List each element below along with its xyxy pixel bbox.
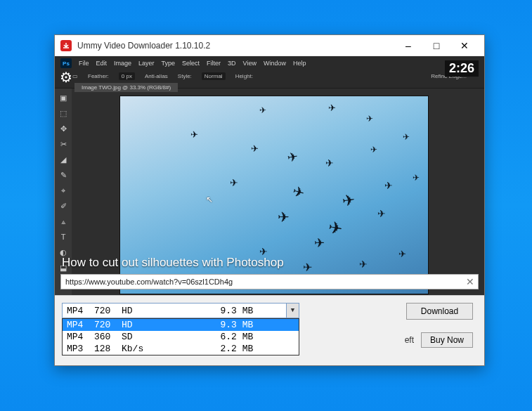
url-row: ✕ (60, 274, 479, 289)
photoshop-tab: Image TWO.jpg @ 33.3% (RGB/8#) (74, 83, 178, 92)
photoshop-logo-icon: Ps (60, 58, 72, 68)
download-button[interactable]: Download (406, 303, 473, 320)
app-icon (60, 40, 72, 51)
buy-now-button[interactable]: Buy Now (421, 332, 473, 348)
ps-height-label: Height: (235, 73, 253, 79)
trial-text: eft (405, 335, 414, 345)
photoshop-options-bar: ▭ Feather: 0 px Anti-alias Style: Normal… (55, 70, 484, 82)
format-selected[interactable]: MP4 720 HD 9.3 MB ▼ (62, 303, 299, 318)
format-dropdown-list: MP4 720 HD 9.3 MBMP4 360 SD 6.2 MBMP3 12… (62, 318, 299, 355)
format-combo[interactable]: MP4 720 HD 9.3 MB ▼ MP4 720 HD 9.3 MBMP4… (62, 303, 299, 355)
format-option[interactable]: MP4 360 SD 6.2 MB (63, 331, 299, 343)
titlebar[interactable]: Ummy Video Downloader 1.10.10.2 – □ ✕ (55, 35, 484, 56)
video-preview: Ps File Edit Image Layer Type Select Fil… (55, 56, 484, 295)
close-button[interactable]: ✕ (450, 35, 479, 56)
video-timestamp: 2:26 (445, 60, 479, 77)
ps-tool-icon: ▣ (57, 91, 70, 104)
ps-menu-item: Filter (207, 60, 221, 67)
window-controls: – □ ✕ (394, 35, 479, 56)
bottom-panel: MP4 720 HD 9.3 MB ▼ MP4 720 HD 9.3 MBMP4… (55, 295, 484, 365)
ps-antialias: Anti-alias (145, 73, 168, 79)
ps-style-label: Style: (178, 73, 192, 79)
ps-menu-item: Window (264, 60, 286, 67)
ps-tool-icon: ⌖ (57, 184, 70, 197)
ps-menu-item: File (79, 60, 89, 67)
ps-menu-item: Layer (138, 60, 155, 67)
ps-tool-icon: ◢ (57, 153, 70, 166)
format-option[interactable]: MP3 128 Kb/s 2.2 MB (63, 343, 299, 355)
ps-feather-label: Feather: (88, 73, 109, 79)
ps-tool-icon: ✥ (57, 122, 70, 135)
app-window: Ummy Video Downloader 1.10.10.2 – □ ✕ Ps… (54, 34, 485, 366)
ps-menu-item: Type (162, 60, 176, 67)
maximize-button[interactable]: □ (422, 35, 450, 56)
ps-tool-icon: ✐ (57, 200, 70, 212)
url-input[interactable] (61, 278, 462, 286)
ps-menu-item: 3D (228, 60, 236, 67)
ps-tool-icon: ⟁ (57, 215, 70, 228)
window-title: Ummy Video Downloader 1.10.10.2 (77, 41, 394, 51)
photoshop-menu: Ps File Edit Image Layer Type Select Fil… (55, 56, 484, 70)
ps-tool-icon: T (57, 230, 70, 243)
clear-icon[interactable]: ✕ (462, 275, 478, 289)
ps-tool-icon: ✂ (57, 138, 70, 150)
minimize-button[interactable]: – (394, 35, 422, 56)
ps-tool-icon: ⬚ (57, 107, 70, 119)
format-option[interactable]: MP4 720 HD 9.3 MB (63, 319, 299, 331)
ps-menu-item: Edit (96, 60, 108, 67)
ps-menu-item: View (243, 60, 257, 67)
ps-tool-icon: ✎ (57, 169, 70, 181)
ps-feather-value: 0 px (119, 72, 135, 80)
format-selected-text: MP4 720 HD 9.3 MB (63, 306, 286, 316)
chevron-down-icon[interactable]: ▼ (286, 304, 299, 318)
ps-menu-item: Help (293, 60, 306, 67)
ps-menu-item: Select (182, 60, 200, 67)
video-title: How to cut out silhouettes with Photosho… (62, 256, 284, 270)
gear-icon[interactable]: ⚙ (60, 69, 72, 86)
ps-menu-item: Image (114, 60, 131, 67)
ps-style-value: Normal (202, 72, 226, 80)
